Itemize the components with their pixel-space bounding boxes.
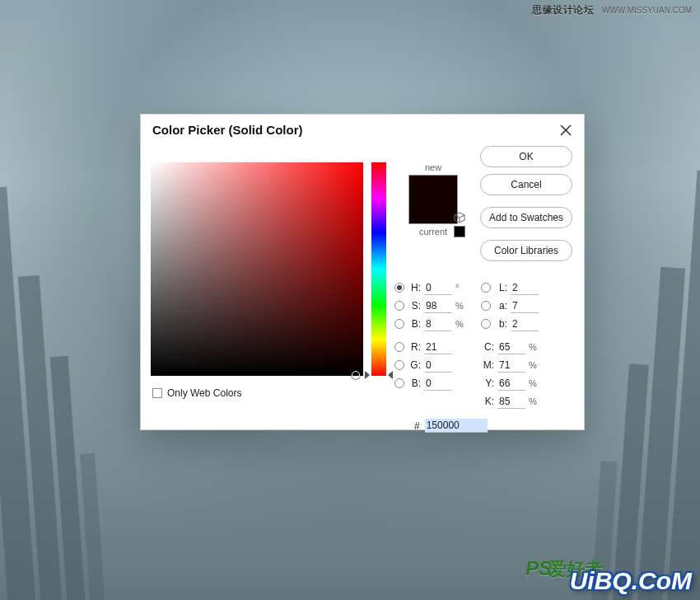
input-y[interactable] [497, 377, 525, 391]
only-web-colors-label: Only Web Colors [167, 387, 241, 399]
unit-y: % [529, 378, 540, 388]
checkbox-icon [152, 388, 162, 398]
color-libraries-button[interactable]: Color Libraries [480, 240, 572, 261]
close-button[interactable] [559, 124, 572, 137]
unit-c: % [529, 342, 540, 352]
dialog-title: Color Picker (Solid Color) [152, 123, 303, 137]
unit-s: % [455, 301, 467, 311]
input-hex[interactable] [425, 419, 488, 433]
watermark-bottom: UiBQ.CoM [570, 567, 692, 595]
only-web-colors-checkbox[interactable]: Only Web Colors [152, 387, 241, 399]
hue-slider[interactable] [371, 162, 386, 376]
swatch-new-label: new [396, 162, 470, 172]
unit-m: % [529, 360, 540, 370]
svg-line-6 [455, 220, 460, 223]
saturation-brightness-field[interactable] [151, 162, 363, 376]
input-m[interactable] [497, 359, 525, 373]
radio-s[interactable] [394, 301, 404, 311]
input-k[interactable] [497, 395, 525, 409]
input-r[interactable] [424, 340, 452, 354]
watermark-top: 思缘设计论坛 WWW.MISSYUAN.COM [532, 3, 692, 17]
label-b: b: [496, 318, 507, 330]
label-a: a: [496, 300, 507, 312]
label-h: H: [409, 282, 421, 293]
label-y: Y: [481, 377, 494, 389]
label-l: L: [496, 282, 507, 293]
input-a[interactable] [511, 299, 539, 313]
unit-bhsb: % [455, 319, 467, 329]
radio-h[interactable] [394, 283, 404, 293]
label-r: R: [409, 341, 421, 353]
input-g[interactable] [424, 359, 452, 373]
label-k: K: [481, 396, 494, 407]
label-m: M: [481, 359, 494, 371]
label-hex: # [414, 420, 420, 432]
dialog-titlebar[interactable]: Color Picker (Solid Color) [141, 115, 584, 142]
input-bhsb[interactable] [424, 317, 452, 331]
label-c: C: [481, 341, 494, 353]
radio-g[interactable] [394, 360, 404, 370]
radio-bhsb[interactable] [394, 319, 404, 329]
unit-h: ° [455, 283, 467, 293]
label-brgb: B: [409, 377, 421, 389]
radio-b[interactable] [481, 319, 491, 329]
radio-a[interactable] [481, 301, 491, 311]
label-s: S: [409, 300, 421, 312]
input-b[interactable] [511, 317, 539, 331]
ok-button[interactable]: OK [480, 146, 572, 167]
input-h[interactable] [424, 281, 452, 295]
cancel-button[interactable]: Cancel [480, 174, 572, 195]
input-brgb[interactable] [424, 377, 452, 391]
label-bhsb: B: [409, 318, 421, 330]
svg-line-7 [460, 220, 464, 223]
label-g: G: [409, 359, 421, 371]
color-picker-dialog: Color Picker (Solid Color) new current O… [140, 114, 585, 430]
cube-icon[interactable] [454, 212, 465, 223]
input-c[interactable] [497, 340, 525, 354]
add-to-swatches-button[interactable]: Add to Swatches [480, 207, 572, 228]
radio-brgb[interactable] [394, 378, 404, 388]
color-fields: H: ° L: S: % a: [394, 279, 572, 433]
radio-r[interactable] [394, 342, 404, 352]
svg-marker-2 [455, 213, 464, 218]
radio-l[interactable] [481, 283, 491, 293]
input-s[interactable] [424, 299, 452, 313]
input-l[interactable] [511, 281, 539, 295]
sv-cursor-icon [352, 371, 360, 379]
websafe-swatch[interactable] [454, 226, 465, 237]
unit-k: % [529, 396, 540, 406]
swatch-preview[interactable] [408, 175, 458, 224]
close-icon [559, 124, 572, 137]
